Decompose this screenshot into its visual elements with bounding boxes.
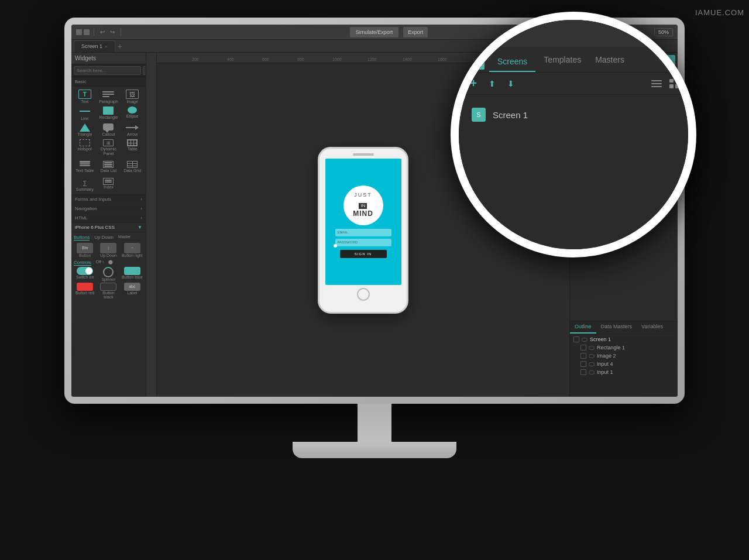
phone-mockup: JUST IN MIND EMAIL — [318, 147, 408, 314]
iphone-widget-button-red[interactable]: Button red — [74, 283, 96, 299]
zoom-action-bar: + ⬆ ⬇ — [459, 73, 688, 95]
widget-paragraph[interactable]: Paragraph — [97, 88, 121, 105]
zoom-export-btn[interactable]: ⬇ — [503, 76, 518, 91]
outline-item-image2[interactable]: Image 2 — [571, 352, 676, 360]
html-section[interactable]: HTML › — [71, 214, 146, 223]
outline-tab[interactable]: Outline — [570, 321, 596, 334]
logo-in-text: IN — [359, 203, 367, 209]
iphone-buttons-tab[interactable]: Buttons — [74, 235, 90, 241]
left-panel: Widgets All Basic T Text — [71, 53, 146, 397]
zoom-tab-screens[interactable]: Screens — [489, 47, 535, 72]
outline-item-screen1[interactable]: Screen 1 — [571, 335, 676, 343]
widget-table-label: Table — [128, 147, 138, 151]
widget-index[interactable]: Index — [97, 177, 121, 193]
toolbar-file-icon[interactable] — [76, 29, 82, 35]
widget-image[interactable]: 🖼 Image — [121, 88, 144, 105]
widget-summary[interactable]: ∑ Summary — [73, 177, 97, 193]
outline-panel: Outline Data Masters Variables Screen 1 — [570, 321, 678, 397]
widget-rectangle[interactable]: Rectangle — [97, 105, 121, 122]
zoom-grid-view-btn[interactable] — [667, 77, 681, 91]
widget-dynamic-panel[interactable]: ⊞ Dynamic Panel — [97, 138, 121, 157]
iphone-widget-button-right[interactable]: → Button right — [121, 243, 143, 257]
iphone-controls-tab[interactable]: Controls — [74, 260, 91, 266]
widget-callout-label: Callout — [102, 132, 115, 136]
widget-hotspot-label: Hotspot — [78, 147, 92, 151]
iphone-widget-label[interactable]: abc Label — [121, 283, 143, 299]
toolbar-redo-btn[interactable]: ↪ — [108, 28, 116, 36]
zoom-import-btn[interactable]: ⬆ — [485, 76, 500, 91]
widget-text-table-label: Text Table — [75, 169, 94, 173]
widget-line-label: Line — [81, 116, 88, 121]
outline-content: Screen 1 Rectangle 1 Image 2 — [570, 334, 678, 397]
tab-close-btn[interactable]: × — [105, 44, 108, 49]
widget-data-list[interactable]: Data List — [97, 160, 121, 174]
iphone-widget-updown[interactable]: ↕ Up Down — [97, 243, 119, 257]
zoom-top-bar: 🔍 USE — [459, 20, 688, 47]
widget-table[interactable]: Table — [121, 138, 144, 157]
widget-triangle-label: Triangle — [77, 132, 92, 136]
phone-screen: JUST IN MIND EMAIL — [325, 159, 401, 285]
outline-item-rect1[interactable]: Rectangle 1 — [571, 343, 676, 352]
widget-arrow-label: Arrow — [127, 132, 138, 136]
zoom-user-text: USE — [663, 29, 679, 38]
widget-line[interactable]: Line — [73, 105, 97, 122]
iphone-widget-switch-on[interactable]: Switch on — [74, 267, 96, 281]
iphone-widget-button[interactable]: Btn Button — [74, 243, 96, 257]
basic-section-header[interactable]: Basic — [71, 77, 146, 87]
iphone-widget-button-black[interactable]: Button black — [97, 283, 119, 299]
export-btn[interactable]: Export — [403, 27, 428, 37]
widget-data-grid[interactable]: Data Grid — [121, 160, 144, 174]
widget-text-table[interactable]: Text Table — [73, 160, 97, 174]
outline-tabs: Outline Data Masters Variables — [570, 321, 678, 334]
zoom-gear-btn[interactable]: ⚙ — [463, 50, 485, 70]
zoom-list-view-btn[interactable] — [650, 77, 664, 91]
password-input-mockup: PASSWORD — [335, 239, 391, 246]
toolbar-undo-btn[interactable]: ↩ — [98, 28, 106, 36]
zoom-tabs-bar: ⚙ Screens Templates Masters — [459, 47, 688, 73]
widget-index-label: Index — [104, 185, 114, 190]
screen-tab[interactable]: Screen 1 × — [74, 40, 115, 52]
zoom-add-btn[interactable]: + — [466, 76, 481, 91]
search-input[interactable] — [74, 66, 141, 75]
outline-item-input1[interactable]: Input 1 — [571, 368, 676, 376]
toolbar-close-icon[interactable] — [84, 29, 90, 35]
widget-ellipse[interactable]: Ellipse — [121, 105, 144, 122]
widget-callout[interactable]: Callout — [97, 122, 121, 138]
add-tab-btn[interactable]: + — [118, 42, 122, 51]
widget-ellipse-label: Ellipse — [126, 114, 139, 118]
zoom-search-icon[interactable]: 🔍 — [641, 25, 657, 42]
zoom-screen-item-1[interactable]: S Screen 1 — [466, 103, 681, 126]
iphone-up-down-tab[interactable]: Up Down — [94, 235, 114, 241]
zoom-magnifier: 🔍 USE ⚙ Screens Templates Masters + ⬆ ⬇ — [451, 12, 696, 257]
widget-arrow[interactable]: Arrow — [121, 122, 144, 138]
forms-section[interactable]: Forms and Inputs › — [71, 194, 146, 204]
zoom-tab-masters[interactable]: Masters — [589, 50, 630, 69]
phone-home-btn — [357, 288, 370, 301]
monitor-base — [293, 442, 456, 458]
monitor-neck — [358, 404, 391, 445]
iphone-section-header[interactable]: iPhone 6 Plus CSS ▼ — [71, 223, 146, 232]
simulate-btn[interactable]: Simulate/Export — [350, 27, 399, 37]
email-input-mockup: EMAIL — [335, 229, 391, 236]
navigation-section[interactable]: Navigation › — [71, 204, 146, 214]
widget-text[interactable]: T Text — [73, 88, 97, 105]
ruler-vertical — [146, 53, 157, 397]
zoom-screen-list: S Screen 1 — [459, 95, 688, 249]
widget-image-label: Image — [126, 99, 138, 104]
widget-hotspot[interactable]: Hotspot — [73, 138, 97, 157]
sign-in-btn-mockup: SIGN IN — [340, 250, 387, 258]
widget-triangle[interactable]: Triangle — [73, 122, 97, 138]
data-masters-tab[interactable]: Data Masters — [596, 321, 637, 334]
iphone-widget-spinner[interactable]: Spinner — [97, 267, 119, 281]
variables-tab[interactable]: Variables — [637, 321, 668, 334]
widget-dynamic-panel-label: Dynamic Panel — [98, 147, 120, 156]
zoom-tab-templates[interactable]: Templates — [535, 50, 589, 69]
outline-item-input4[interactable]: Input 4 — [571, 360, 676, 368]
widget-data-list-label: Data List — [101, 169, 117, 173]
app-logo-circle: JUST IN MIND — [343, 185, 383, 225]
logo-just-text: JUST — [353, 192, 373, 198]
iphone-widget-button-blue[interactable]: Button blue — [121, 267, 143, 281]
iphone-master-tab[interactable]: Master — [118, 235, 130, 241]
logo-dot — [334, 244, 337, 248]
widget-paragraph-label: Paragraph — [99, 99, 118, 104]
